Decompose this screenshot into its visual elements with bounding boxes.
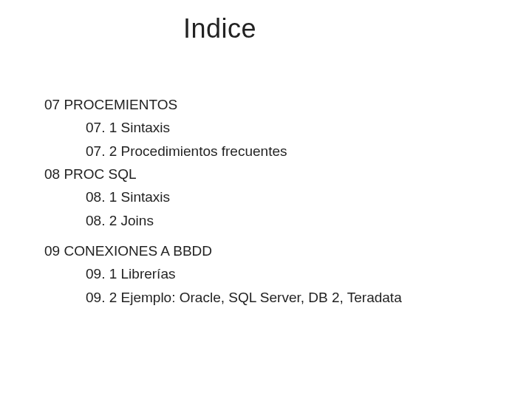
toc-section-heading: 09 CONEXIONES A BBDD	[44, 239, 510, 262]
toc-subitem: 09. 1 Librerías	[44, 262, 510, 285]
toc-subitem: 08. 1 Sintaxis	[44, 185, 510, 208]
toc-subitem: 07. 1 Sintaxis	[44, 116, 510, 139]
page-title: Indice	[183, 13, 256, 44]
toc-section-heading: 08 PROC SQL	[44, 163, 510, 185]
slide-page: Indice 07 PROCEMIENTOS 07. 1 Sintaxis 07…	[0, 0, 532, 399]
toc-subitem: 07. 2 Procedimientos frecuentes	[44, 140, 510, 163]
spacer	[44, 232, 510, 239]
toc-subitem: 08. 2 Joins	[44, 209, 510, 232]
table-of-contents: 07 PROCEMIENTOS 07. 1 Sintaxis 07. 2 Pro…	[44, 93, 510, 309]
toc-section-heading: 07 PROCEMIENTOS	[44, 93, 510, 116]
toc-subitem: 09. 2 Ejemplo: Oracle, SQL Server, DB 2,…	[44, 286, 510, 309]
